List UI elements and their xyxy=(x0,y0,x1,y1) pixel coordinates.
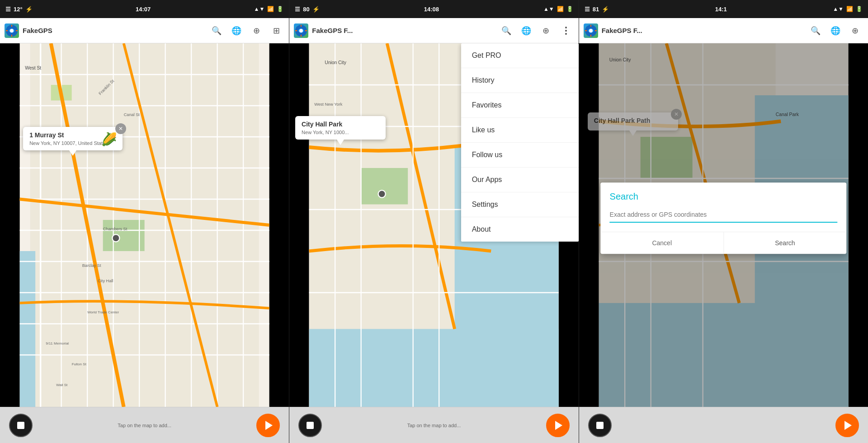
search-dialog-title: Search xyxy=(610,191,837,202)
bottom-hint-1: Tap on the map to add... xyxy=(33,423,256,428)
search-icon-3[interactable]: 🔍 xyxy=(807,23,824,39)
stop-button-1[interactable] xyxy=(9,414,33,437)
popup-address-2: New York, NY 1000... xyxy=(302,130,379,135)
stop-icon-1 xyxy=(17,422,24,429)
map-area-3[interactable]: Union City Canal Park ✕ City Hall Park P… xyxy=(579,43,868,407)
status-signal-2: ▲▼ xyxy=(543,6,554,12)
search-icon-2[interactable]: 🔍 xyxy=(498,23,514,39)
search-dialog-buttons: Cancel Search xyxy=(601,232,846,254)
status-bar-1: ☰ 12° ⚡ 14:07 ▲▼ 📶 🔋 xyxy=(0,0,289,18)
location-icon-1[interactable]: ⊕ xyxy=(248,23,264,39)
status-wifi-1: 📶 xyxy=(267,6,274,12)
svg-text:Union City: Union City xyxy=(325,60,347,65)
status-signal-3: ▲▼ xyxy=(833,6,844,12)
svg-text:City Hall: City Hall xyxy=(98,279,113,283)
app-toolbar-1: FakeGPS 🔍 🌐 ⊕ ⊞ xyxy=(0,18,289,43)
status-bolt: ⚡ xyxy=(25,6,33,13)
menu-item-history[interactable]: History xyxy=(461,68,579,93)
svg-text:Canal St: Canal St xyxy=(124,112,140,117)
status-bar-3: ☰ 81 ⚡ 14:1 ▲▼ 📶 🔋 xyxy=(579,0,868,18)
status-wifi-3: 📶 xyxy=(846,6,853,12)
app-title-2: FakeGPS F... xyxy=(312,27,494,34)
globe-icon-3[interactable]: 🌐 xyxy=(827,23,844,39)
svg-text:Fulton St: Fulton St xyxy=(72,362,87,366)
svg-rect-8 xyxy=(103,220,145,251)
app-toolbar-3: FakeGPS F... 🔍 🌐 ⊕ xyxy=(579,18,868,43)
menu-item-about[interactable]: About xyxy=(461,217,579,242)
svg-text:Barclay St: Barclay St xyxy=(82,263,101,268)
svg-rect-10 xyxy=(20,251,36,407)
bottom-bar-2: Tap on the map to add... xyxy=(289,407,578,443)
search-cancel-button[interactable]: Cancel xyxy=(601,232,724,254)
svg-text:West New York: West New York xyxy=(314,102,343,107)
status-right-2: ▲▼ 📶 🔋 xyxy=(543,6,573,12)
status-icon-sim-2: ☰ xyxy=(295,6,300,13)
search-input[interactable] xyxy=(610,209,837,223)
play-button-3[interactable] xyxy=(835,414,859,437)
search-icon-1[interactable]: 🔍 xyxy=(208,23,225,39)
status-time-3: 14:1 xyxy=(715,6,727,13)
phone-panel-1: ☰ 12° ⚡ 14:07 ▲▼ 📶 🔋 FakeGPS 🔍 🌐 ⊕ xyxy=(0,0,289,443)
phone-panel-3: ☰ 81 ⚡ 14:1 ▲▼ 📶 🔋 FakeGPS F... 🔍 🌐 xyxy=(579,0,868,443)
menu-item-our-apps[interactable]: Our Apps xyxy=(461,168,579,192)
popup-arrow-1 xyxy=(69,150,76,156)
stop-icon-3 xyxy=(596,422,604,429)
svg-text:Wall St: Wall St xyxy=(56,383,68,387)
svg-point-65 xyxy=(378,190,386,197)
popup-name-2: City Hall Park xyxy=(302,121,379,128)
status-left-1: ☰ 12° ⚡ xyxy=(5,6,33,13)
bottom-bar-3 xyxy=(579,407,868,443)
status-bolt-2: ⚡ xyxy=(312,6,320,13)
app-logo-2 xyxy=(294,23,308,38)
svg-point-67 xyxy=(589,29,593,33)
play-button-2[interactable] xyxy=(546,414,570,437)
status-signal-1: ▲▼ xyxy=(254,6,265,12)
stop-button-2[interactable] xyxy=(298,414,322,437)
status-bolt-3: ⚡ xyxy=(602,6,609,13)
map-area-1[interactable]: Franklin St Canal St Chambers St Barclay… xyxy=(0,43,289,407)
play-icon-3 xyxy=(844,421,852,430)
svg-point-1 xyxy=(10,29,14,33)
app-title-3: FakeGPS F... xyxy=(602,27,804,34)
menu-item-follow-us[interactable]: Follow us xyxy=(461,143,579,168)
status-battery-2: 🔋 xyxy=(566,6,573,12)
play-button-1[interactable] xyxy=(256,414,280,437)
search-confirm-button[interactable]: Search xyxy=(724,232,846,254)
popup-emoji-1: 🌽 xyxy=(101,132,117,147)
menu-item-favorites[interactable]: Favorites xyxy=(461,93,579,118)
status-battery-3: 🔋 xyxy=(856,6,863,12)
menu-item-like-us[interactable]: Like us xyxy=(461,118,579,143)
status-time-1: 14:07 xyxy=(136,6,151,13)
map-area-2[interactable]: Union City West New York New York New Je… xyxy=(289,43,578,407)
status-bar-2: ☰ 80 ⚡ 14:08 ▲▼ 📶 🔋 xyxy=(289,0,578,18)
svg-point-40 xyxy=(112,234,119,242)
svg-rect-50 xyxy=(309,329,559,407)
globe-icon-1[interactable]: 🌐 xyxy=(228,23,245,39)
location-popup-1: ✕ 1 Murray St New York, NY 10007, United… xyxy=(23,127,123,150)
status-time-2: 14:08 xyxy=(424,6,439,13)
stop-button-3[interactable] xyxy=(588,414,612,437)
bottom-bar-1: Tap on the map to add... xyxy=(0,407,289,443)
status-wifi-2: 📶 xyxy=(557,6,564,12)
svg-text:World Trade Center: World Trade Center xyxy=(87,310,119,314)
menu-item-settings[interactable]: Settings xyxy=(461,192,579,217)
location-popup-2: City Hall Park New York, NY 1000... xyxy=(295,116,386,140)
app-title-1: FakeGPS xyxy=(23,27,205,34)
globe-icon-2[interactable]: 🌐 xyxy=(518,23,534,39)
location-icon-3[interactable]: ⊕ xyxy=(847,23,863,39)
menu-item-get-pro[interactable]: Get PRO xyxy=(461,43,579,68)
layers-icon-1[interactable]: ⊞ xyxy=(268,23,284,39)
status-right-3: ▲▼ 📶 🔋 xyxy=(833,6,863,12)
status-left-2: ☰ 80 ⚡ xyxy=(295,6,319,13)
svg-text:Chambers St: Chambers St xyxy=(103,227,127,231)
bottom-hint-2: Tap on the map to add... xyxy=(322,423,546,428)
more-icon-2[interactable] xyxy=(558,23,574,39)
svg-text:West St: West St xyxy=(25,65,41,70)
svg-point-42 xyxy=(299,29,303,33)
app-logo-1 xyxy=(5,23,19,38)
status-right-1: ▲▼ 📶 🔋 xyxy=(254,6,284,12)
location-icon-2[interactable]: ⊕ xyxy=(538,23,554,39)
phone-panel-2: ☰ 80 ⚡ 14:08 ▲▼ 📶 🔋 FakeGPS F... 🔍 🌐 xyxy=(289,0,579,443)
svg-text:9/11 Memorial: 9/11 Memorial xyxy=(46,341,69,345)
status-temp-3: 81 xyxy=(593,6,599,13)
